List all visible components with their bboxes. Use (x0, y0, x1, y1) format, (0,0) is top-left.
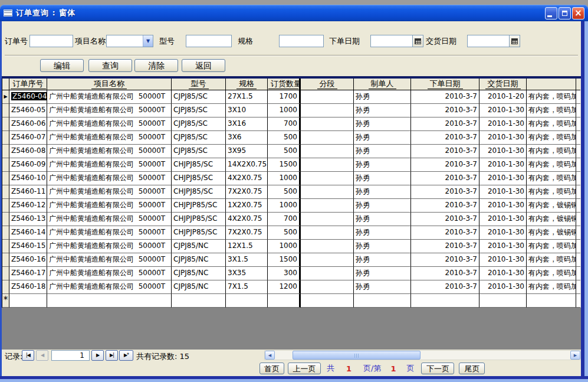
cell-qty[interactable]: 500 (268, 145, 301, 158)
cell-maker[interactable]: 孙勇 (354, 131, 411, 145)
scrollbar-track[interactable] (275, 351, 570, 360)
cell-model-empty[interactable] (172, 294, 226, 308)
cell-order_date[interactable]: 2010-3-7 (411, 213, 479, 226)
cell-spec[interactable]: 27X1.5 (226, 90, 268, 104)
row-selector[interactable] (2, 280, 9, 294)
cell-segment[interactable] (301, 131, 354, 145)
maximize-button[interactable] (559, 7, 571, 19)
row-selector[interactable] (2, 253, 9, 267)
first-record-button[interactable]: |◀ (22, 350, 34, 361)
cell-remark[interactable]: 有内套，镀锡铜绞线 (527, 226, 576, 240)
cell-remark[interactable]: 有内套，喷码加唛 (527, 158, 576, 172)
cell-seq-empty[interactable] (9, 294, 47, 308)
last-record-button[interactable]: ▶| (106, 350, 118, 361)
cell-spec[interactable]: 14X2X0.75 (226, 158, 268, 172)
cell-remark[interactable]: 有内套，喷码加唛 (527, 267, 576, 280)
cell-qty[interactable]: 1200 (268, 280, 301, 294)
cell-spec[interactable]: 12X1.5 (226, 240, 268, 253)
cell-project[interactable]: 广州中船黄埔造船有限公司 50000T (47, 280, 172, 294)
cell-project[interactable]: 广州中船黄埔造船有限公司 50000T (47, 267, 172, 280)
column-header-seq[interactable]: 订单序号 (9, 79, 47, 90)
cell-delivery_date[interactable]: 2010-1-30 (479, 117, 527, 131)
cell-project[interactable]: 广州中船黄埔造船有限公司 50000T (47, 158, 172, 172)
cell-spec[interactable]: 3X95 (226, 145, 268, 158)
row-selector[interactable] (2, 199, 9, 213)
cell-segment[interactable] (301, 117, 354, 131)
cell-qty[interactable]: 700 (268, 117, 301, 131)
cell-project[interactable]: 广州中船黄埔造船有限公司 50000T (47, 213, 172, 226)
column-header-maker[interactable]: 制单人 (354, 79, 411, 90)
cell-maker[interactable]: 孙勇 (354, 90, 411, 104)
spec-input[interactable] (279, 35, 324, 47)
cell-segment[interactable] (301, 240, 354, 253)
cell-qty-empty[interactable] (268, 294, 301, 308)
cell-remark[interactable]: 有内套，镀锡铜绞线 (527, 199, 576, 213)
cell-seq[interactable]: Z5460-18 (9, 280, 47, 294)
cell-project[interactable]: 广州中船黄埔造船有限公司 50000T (47, 131, 172, 145)
cell-model[interactable]: CHJPJ85/SC (172, 185, 226, 199)
cell-qty[interactable]: 1000 (268, 199, 301, 213)
cell-model[interactable]: CJPJ85/NC (172, 280, 226, 294)
cell-segment[interactable] (301, 199, 354, 213)
cell-project[interactable]: 广州中船黄埔造船有限公司 50000T (47, 104, 172, 117)
column-header-spec[interactable]: 规格 (226, 79, 268, 90)
cell-project[interactable]: 广州中船黄埔造船有限公司 50000T (47, 226, 172, 240)
cell-delivery_date[interactable]: 2010-1-30 (479, 145, 527, 158)
row-selector[interactable] (2, 172, 9, 185)
cell-qty[interactable]: 1000 (268, 240, 301, 253)
cell-segment[interactable] (301, 158, 354, 172)
cell-model[interactable]: CHJPJ85/SC (172, 172, 226, 185)
row-selector[interactable] (2, 117, 9, 131)
scrollbar-thumb[interactable] (293, 351, 421, 360)
cell-remark[interactable]: 有内套，喷码加唛 (527, 172, 576, 185)
cell-remark[interactable]: 有内套，喷码加唛 (527, 131, 576, 145)
cell-order_date[interactable]: 2010-3-7 (411, 185, 479, 199)
cell-order_date[interactable]: 2010-3-7 (411, 145, 479, 158)
cell-qty[interactable]: 500 (268, 185, 301, 199)
cell-spec[interactable]: 7X2X0.75 (226, 226, 268, 240)
prev-record-button[interactable]: ◀ (36, 350, 48, 361)
cell-qty[interactable]: 1700 (268, 90, 301, 104)
cell-seq[interactable]: Z5460-09 (9, 158, 47, 172)
cell-seq[interactable]: Z5460-08 (9, 145, 47, 158)
cell-delivery_date[interactable]: 2010-1-30 (479, 267, 527, 280)
cell-segment[interactable] (301, 185, 354, 199)
cell-remark[interactable]: 有内套，喷码加唛 (527, 90, 576, 104)
cell-order_date[interactable]: 2010-3-7 (411, 267, 479, 280)
cell-order_date[interactable]: 2010-3-7 (411, 280, 479, 294)
cell-model[interactable]: CJPJ85/NC (172, 240, 226, 253)
project-select[interactable]: ▼ (106, 35, 153, 47)
cell-remark[interactable]: 有内套，喷码加唛 (527, 185, 576, 199)
cell-delivery_date[interactable]: 2010-1-30 (479, 253, 527, 267)
cell-segment[interactable] (301, 213, 354, 226)
query-button[interactable]: 查询 (88, 59, 132, 72)
cell-maker[interactable]: 孙勇 (354, 253, 411, 267)
cell-qty[interactable]: 500 (268, 226, 301, 240)
cell-model[interactable]: CHJPJ85/SC (172, 158, 226, 172)
cell-order_date[interactable]: 2010-3-7 (411, 240, 479, 253)
horizontal-scrollbar[interactable]: ◀ ▶ (264, 350, 581, 360)
record-number-input[interactable]: 1 (51, 350, 90, 361)
cell-remark[interactable]: 有内套，镀锡铜绞线 (527, 213, 576, 226)
first-page-button[interactable]: 首页 (259, 363, 284, 374)
column-header-qty[interactable]: 订货数量 (268, 79, 301, 90)
delivery-date-input[interactable] (467, 35, 510, 47)
cell-seq[interactable]: Z5460-05 (9, 104, 47, 117)
cell-spec[interactable]: 1X2X0.75 (226, 199, 268, 213)
cell-maker[interactable]: 孙勇 (354, 145, 411, 158)
cell-project-empty[interactable] (47, 294, 172, 308)
cell-project[interactable]: 广州中船黄埔造船有限公司 50000T (47, 185, 172, 199)
cell-remark[interactable]: 有内套，喷码加唛 (527, 117, 576, 131)
cell-maker[interactable]: 孙勇 (354, 267, 411, 280)
cell-segment[interactable] (301, 226, 354, 240)
scroll-right-icon[interactable]: ▶ (570, 351, 580, 360)
cell-spec[interactable]: 4X2X0.75 (226, 213, 268, 226)
cell-model[interactable]: CJPJ85/NC (172, 267, 226, 280)
cell-seq[interactable]: Z5460-12 (9, 199, 47, 213)
cell-project[interactable]: 广州中船黄埔造船有限公司 50000T (47, 90, 172, 104)
row-selector[interactable] (2, 267, 9, 280)
column-header-remark[interactable] (527, 79, 576, 90)
cell-seq[interactable]: Z5460-15 (9, 240, 47, 253)
column-header-order_date[interactable]: 下单日期 (411, 79, 479, 90)
row-selector[interactable] (2, 145, 9, 158)
